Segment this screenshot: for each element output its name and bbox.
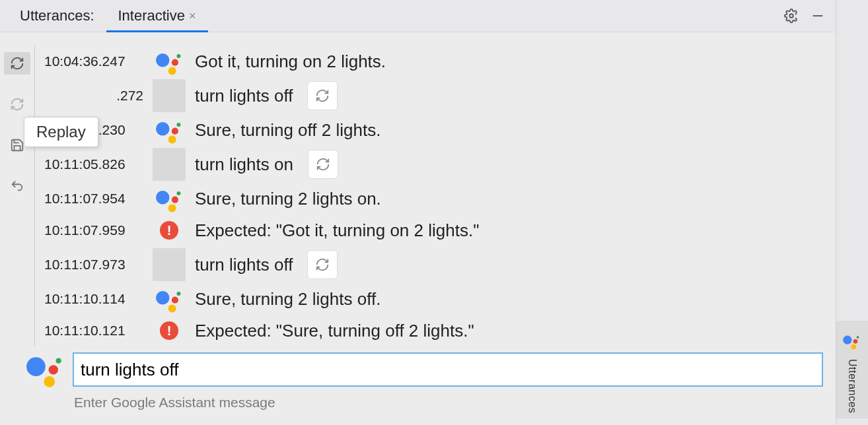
assistant-logo-icon (153, 283, 186, 315)
side-tab-label: Utterances (846, 359, 858, 413)
history-button[interactable] (4, 93, 30, 115)
side-tab-utterances[interactable]: Utterances (836, 321, 868, 418)
minimize-button[interactable] (805, 0, 831, 32)
refresh-icon (10, 97, 24, 112)
timestamp: 10:11:10.114 (43, 291, 143, 307)
save-icon (10, 138, 24, 152)
settings-button[interactable] (778, 0, 805, 32)
log-message: turn lights off (195, 255, 293, 275)
log-row: 10:11:07.954Sure, turning 2 lights on. (43, 183, 836, 214)
utterance-hint: Enter Google Assistant message (73, 395, 823, 410)
log-row: 10:11:05.826turn lights on (43, 146, 836, 183)
refresh-icon (316, 157, 330, 172)
replay-utterance-button[interactable] (307, 250, 338, 279)
right-rail: Utterances (836, 0, 868, 425)
log-message: Sure, turning 2 lights on. (195, 189, 381, 209)
timestamp: 10:11:05.826 (43, 156, 143, 172)
close-tab-icon[interactable]: × (189, 9, 196, 23)
refresh-icon (10, 56, 24, 71)
undo-icon (10, 179, 24, 193)
log-row: 10:11:07.973turn lights off (43, 246, 836, 283)
assistant-logo-icon (843, 333, 861, 352)
log-list: 10:04:36.247Got it, turning on 2 lights.… (34, 46, 836, 346)
log-row: 10:04:36.247Got it, turning on 2 lights. (43, 46, 836, 77)
log-row: 10:11:07.959Expected: "Got it, turning o… (43, 214, 836, 246)
replay-utterance-button[interactable] (308, 150, 338, 179)
user-avatar (153, 80, 186, 112)
utterance-input[interactable] (73, 352, 823, 387)
log-message: Sure, turning 2 lights off. (195, 289, 380, 310)
panel-body: Replay 10:04:36.247Got it, turning on 2 … (0, 32, 836, 346)
log-message: turn lights on (195, 154, 293, 175)
minimize-icon (811, 9, 825, 23)
replay-utterance-button[interactable] (307, 81, 338, 110)
tab-interactive-label: Interactive (118, 7, 186, 24)
replay-tooltip: Replay (24, 117, 98, 147)
undo-button[interactable] (4, 175, 30, 197)
assistant-logo-icon (153, 114, 186, 146)
log-message: Got it, turning on 2 lights. (195, 51, 386, 72)
log-row: 10:11:10.114Sure, turning 2 lights off. (43, 283, 836, 315)
timestamp: 10:11:07.973 (43, 257, 143, 273)
assistant-logo-icon (153, 183, 186, 214)
timestamp: 10:11:10.121 (43, 323, 143, 339)
refresh-icon (315, 88, 330, 103)
user-avatar (153, 148, 186, 180)
error-icon (153, 214, 186, 246)
svg-point-0 (789, 14, 793, 18)
log-message: turn lights off (195, 86, 293, 106)
user-avatar (153, 249, 186, 280)
assistant-logo-icon (153, 46, 186, 77)
log-message: Expected: "Got it, turning on 2 lights." (195, 220, 479, 241)
input-wrap: Enter Google Assistant message (73, 352, 823, 410)
assistant-logo-icon (26, 352, 66, 392)
log-row: 10:06:55.230Sure, turning off 2 lights. (43, 114, 836, 146)
log-message: Sure, turning off 2 lights. (195, 120, 380, 141)
tabs-title: Utterances: (8, 0, 106, 32)
log-message: Expected: "Sure, turning off 2 lights." (195, 321, 474, 341)
left-rail: Replay (0, 32, 34, 346)
timestamp: 10:11:07.954 (43, 191, 143, 207)
refresh-icon (315, 257, 330, 272)
error-icon (153, 315, 186, 346)
input-bar: Enter Google Assistant message (0, 346, 836, 425)
replay-button[interactable] (4, 52, 30, 75)
tab-interactive[interactable]: Interactive × (106, 0, 208, 32)
log-row: .272turn lights off (43, 77, 836, 114)
timestamp: 10:11:07.959 (43, 222, 143, 238)
gear-icon (784, 9, 799, 23)
tab-bar: Utterances: Interactive × (0, 0, 836, 32)
log-row: 10:11:10.121Expected: "Sure, turning off… (43, 315, 836, 346)
timestamp: 10:04:36.247 (43, 53, 143, 69)
utterances-panel: Utterances: Interactive × (0, 0, 836, 425)
timestamp: .272 (43, 88, 143, 104)
